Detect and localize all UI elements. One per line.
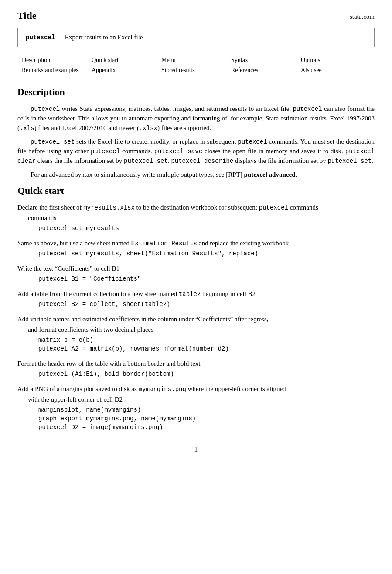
qs-code-1: putexcel set myresults [38,224,375,233]
qs-code-line-5-2: putexcel A2 = matrix(b), rownames nforma… [38,344,375,353]
qs-desc-2: Same as above, but use a new sheet named… [17,239,375,248]
command-box: putexcel — Export results to an Excel fi… [17,28,375,47]
description-para-1: putexcel writes Stata expressions, matri… [17,104,375,133]
putexcel-save: putexcel save [154,148,202,155]
quickstart-heading: Quick start [17,184,375,198]
qs-code-line-7-3: putexcel D2 = image(mymargins.png) [38,423,375,432]
qs-subtext-1: commands [28,213,375,223]
qs-code-3: putexcel B1 = "Coefficients" [38,275,375,283]
nav-options[interactable]: Options [301,55,371,65]
putexcel-inline-4: putexcel [91,148,120,155]
page-title: Title [17,9,37,23]
description-para-3: For an advanced syntax to simultaneously… [31,170,375,180]
nav-col-1: Description Remarks and examples [22,55,92,76]
nav-also-see[interactable]: Also see [301,65,371,76]
qs-code-6: putexcel (A1:B1), bold border(bottom) [38,370,375,378]
qs-item-1: Declare the first sheet of myresults.xls… [17,203,375,233]
qs-code-ref-png: mymargins.png [139,386,186,393]
page-footer: 1 [17,445,375,455]
putexcel-inline-3: putexcel [238,138,267,145]
nav-col-5: Options Also see [301,55,371,76]
qs-subdesc-5: and format coefficients with two decimal… [28,325,375,335]
xls-ext: .xls [20,125,34,132]
nav-syntax[interactable]: Syntax [231,55,301,65]
qs-code-line-5-1: matrix b = e(b)' [38,336,375,344]
putexcel-advanced-ref: putexcel advanced [244,171,296,178]
qs-desc-1: Declare the first sheet of myresults.xls… [17,203,375,213]
command-description: Export results to an Excel file [65,34,143,41]
qs-code-5: matrix b = e(b)' putexcel A2 = matrix(b)… [38,336,375,354]
nav-col-4: Syntax References [231,55,301,76]
qs-code-line-2-1: putexcel set myresults, sheet("Estimatio… [38,249,375,258]
qs-code-line-6-1: putexcel (A1:B1), bold border(bottom) [38,370,375,378]
nav-remarks[interactable]: Remarks and examples [22,65,92,76]
qs-code-2: putexcel set myresults, sheet("Estimatio… [38,249,375,258]
putexcel-inline-1: putexcel [31,106,60,113]
putexcel-set-1: putexcel set [31,138,75,145]
qs-item-7: Add a PNG of a margins plot saved to dis… [17,385,375,432]
command-dash: — [57,34,63,41]
nav-quickstart[interactable]: Quick start [92,55,161,65]
qs-code-7: marginsplot, name(mymargins) graph expor… [38,406,375,432]
nav-appendix[interactable]: Appendix [92,65,161,76]
nav-table: Description Remarks and examples Quick s… [22,55,375,76]
nav-menu[interactable]: Menu [161,55,231,65]
description-section: Description putexcel writes Stata expres… [17,85,375,179]
qs-item-3: Write the text “Coefficients” to cell B1… [17,264,375,283]
nav-col-2: Quick start Appendix [92,55,161,76]
nav-description[interactable]: Description [22,55,92,65]
putexcel-describe: putexcel describe [171,158,233,165]
xlsx-ext: .xlsx [139,125,157,132]
qs-subdesc-7: with the upper-left corner of cell D2 [28,395,375,405]
qs-desc-5: Add variable names and estimated coeffic… [17,315,375,324]
qs-item-4: Add a table from the current collection … [17,289,375,309]
qs-code-ref-est: Estimation Results [131,240,197,247]
qs-code-ref-2: putexcel [259,204,288,211]
qs-code-line-3-1: putexcel B1 = "Coefficients" [38,275,375,283]
qs-desc-7: Add a PNG of a margins plot saved to dis… [17,385,375,394]
quickstart-section: Quick start Declare the first sheet of m… [17,184,375,432]
page-number: 1 [194,446,198,453]
qs-item-2: Same as above, but use a new sheet named… [17,239,375,258]
qs-item-5: Add variable names and estimated coeffic… [17,315,375,353]
putexcel-set-3: putexcel set [327,158,372,165]
qs-code-4: putexcel B2 = collect, sheet(table2) [38,300,375,309]
nav-references[interactable]: References [231,65,301,76]
nav-stored-results[interactable]: Stored results [161,65,231,76]
qs-desc-4: Add a table from the current collection … [17,289,375,299]
page-domain: stata.com [350,12,375,22]
qs-code-line-7-1: marginsplot, name(mymargins) [38,406,375,414]
putexcel-inline-2: putexcel [293,106,322,113]
description-para-2: putexcel set sets the Excel file to crea… [17,137,375,165]
qs-desc-3: Write the text “Coefficients” to cell B1 [17,264,375,274]
command-name: putexcel [26,34,55,41]
description-heading: Description [17,85,375,99]
page-header: Title stata.com [17,9,375,23]
nav-col-3: Menu Stored results [161,55,231,76]
qs-item-6: Format the header row of the table with … [17,359,375,378]
qs-code-ref-table2: table2 [179,291,201,298]
putexcel-set-2: putexcel set [124,158,168,165]
qs-code-line-4-1: putexcel B2 = collect, sheet(table2) [38,300,375,309]
qs-code-line-7-2: graph export mymargins.png, name(mymargi… [38,414,375,423]
qs-code-ref-1: myresults.xlsx [83,204,135,211]
qs-desc-6: Format the header row of the table with … [17,359,375,369]
qs-code-line-1-1: putexcel set myresults [38,224,375,233]
